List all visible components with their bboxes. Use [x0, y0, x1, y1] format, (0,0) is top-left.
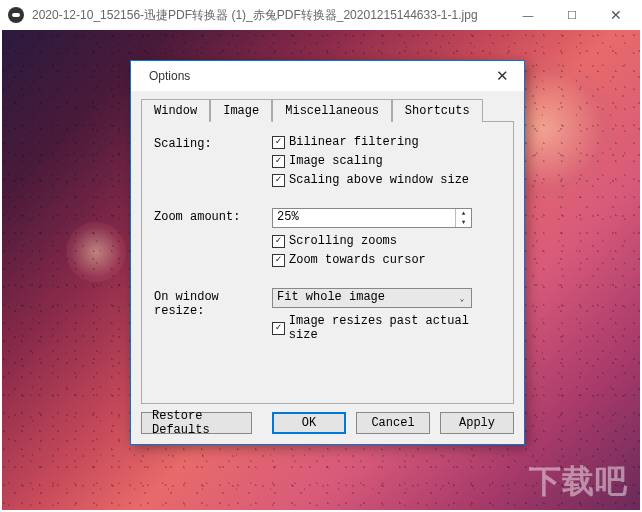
main-window-title: 2020-12-10_152156-迅捷PDF转换器 (1)_赤兔PDF转换器_…: [32, 7, 506, 24]
checkbox-label: Zoom towards cursor: [289, 253, 426, 267]
main-titlebar: 2020-12-10_152156-迅捷PDF转换器 (1)_赤兔PDF转换器_…: [0, 0, 642, 30]
check-icon: [272, 322, 285, 335]
checkbox-bilinear-filtering[interactable]: Bilinear filtering: [272, 135, 501, 149]
close-button[interactable]: ✕: [594, 0, 638, 30]
scaling-label: Scaling:: [154, 135, 272, 151]
resize-mode-select[interactable]: Fit whole image ⌄: [272, 288, 472, 308]
check-icon: [272, 155, 285, 168]
tab-image[interactable]: Image: [210, 99, 272, 122]
app-icon: [8, 7, 24, 23]
dialog-titlebar: Options ✕: [131, 61, 524, 91]
dialog-footer: Restore Defaults OK Cancel Apply: [131, 404, 524, 444]
check-icon: [272, 235, 285, 248]
options-dialog: Options ✕ Window Image Miscellaneous Sho…: [130, 60, 525, 445]
tab-window[interactable]: Window: [141, 99, 210, 122]
zoom-amount-value[interactable]: 25%: [273, 209, 455, 227]
zoom-row: Zoom amount: 25% ▲ ▼ Scrolling zooms: [154, 208, 501, 272]
maximize-button[interactable]: ☐: [550, 0, 594, 30]
spinner-down-icon[interactable]: ▼: [456, 218, 471, 227]
resize-row: On window resize: Fit whole image ⌄ Imag…: [154, 288, 501, 347]
check-icon: [272, 136, 285, 149]
resize-label: On window resize:: [154, 288, 272, 318]
zoom-amount-spinner[interactable]: 25% ▲ ▼: [272, 208, 472, 228]
tab-miscellaneous[interactable]: Miscellaneous: [272, 99, 392, 122]
tab-bar: Window Image Miscellaneous Shortcuts: [141, 98, 514, 122]
checkbox-label: Bilinear filtering: [289, 135, 419, 149]
apply-button[interactable]: Apply: [440, 412, 514, 434]
checkbox-label: Image scaling: [289, 154, 383, 168]
watermark-text: 下载吧: [529, 460, 628, 504]
checkbox-label: Scrolling zooms: [289, 234, 397, 248]
zoom-label: Zoom amount:: [154, 208, 272, 224]
checkbox-label: Scaling above window size: [289, 173, 469, 187]
scaling-row: Scaling: Bilinear filtering Image scalin…: [154, 135, 501, 192]
tab-panel-image: Scaling: Bilinear filtering Image scalin…: [141, 121, 514, 404]
checkbox-image-scaling[interactable]: Image scaling: [272, 154, 501, 168]
check-icon: [272, 254, 285, 267]
check-icon: [272, 174, 285, 187]
checkbox-scrolling-zooms[interactable]: Scrolling zooms: [272, 234, 501, 248]
dialog-title: Options: [149, 69, 486, 83]
checkbox-label: Image resizes past actual size: [289, 314, 501, 342]
spinner-up-icon[interactable]: ▲: [456, 209, 471, 218]
checkbox-scaling-above-window[interactable]: Scaling above window size: [272, 173, 501, 187]
cancel-button[interactable]: Cancel: [356, 412, 430, 434]
tab-shortcuts[interactable]: Shortcuts: [392, 99, 483, 122]
checkbox-resizes-past-actual[interactable]: Image resizes past actual size: [272, 314, 501, 342]
restore-defaults-button[interactable]: Restore Defaults: [141, 412, 252, 434]
resize-mode-value: Fit whole image: [273, 289, 453, 307]
spinner-arrows: ▲ ▼: [455, 209, 471, 227]
window-controls: — ☐ ✕: [506, 0, 638, 30]
ok-button[interactable]: OK: [272, 412, 346, 434]
chevron-down-icon: ⌄: [453, 289, 471, 307]
minimize-button[interactable]: —: [506, 0, 550, 30]
checkbox-zoom-towards-cursor[interactable]: Zoom towards cursor: [272, 253, 501, 267]
dialog-close-button[interactable]: ✕: [486, 62, 518, 90]
dialog-body: Window Image Miscellaneous Shortcuts Sca…: [131, 91, 524, 404]
